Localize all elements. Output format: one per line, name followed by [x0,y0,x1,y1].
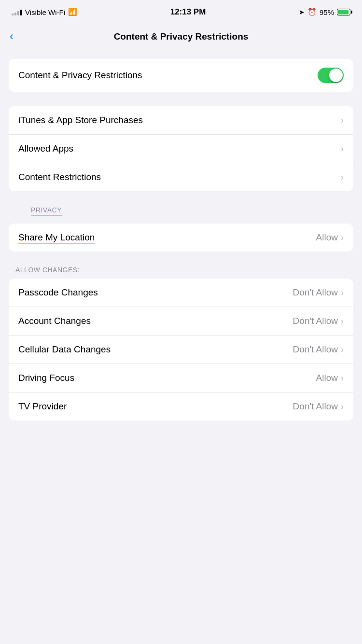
content: Content & Privacy Restrictions iTunes & … [0,49,362,445]
status-left: Visible Wi-Fi 📶 [12,8,77,16]
account-changes-item[interactable]: Account Changes Don't Allow › [9,307,353,335]
share-my-location-label: Share My Location [18,232,95,243]
allow-changes-header: ALLOW CHANGES: [0,266,362,279]
toggle-knob [329,69,343,82]
passcode-changes-label: Passcode Changes [18,287,98,298]
chevron-right-icon: › [341,115,344,126]
status-time: 12:13 PM [170,7,206,17]
chevron-right-icon: › [341,402,344,412]
chevron-right-icon: › [341,316,344,326]
status-bar: Visible Wi-Fi 📶 12:13 PM ➤ ⏰ 95% [0,0,362,24]
allow-changes-section: ALLOW CHANGES: Passcode Changes Don't Al… [0,266,362,420]
back-button[interactable]: ‹ [10,31,14,42]
back-chevron-icon: ‹ [10,30,14,42]
alarm-icon: ⏰ [307,8,317,16]
passcode-changes-value: Don't Allow [293,287,338,298]
signal-bars-icon [12,9,22,15]
allowed-apps-label: Allowed Apps [18,143,73,154]
chevron-right-icon: › [341,373,344,383]
list-item[interactable]: iTunes & App Store Purchases › [9,106,353,134]
list-item[interactable]: Allowed Apps › [9,134,353,163]
itunes-purchases-label: iTunes & App Store Purchases [18,115,143,126]
content-privacy-toggle[interactable] [318,68,344,83]
chevron-right-icon: › [341,288,344,298]
passcode-changes-item[interactable]: Passcode Changes Don't Allow › [9,279,353,307]
account-changes-value: Don't Allow [293,316,338,326]
chevron-right-icon: › [341,172,344,182]
chevron-right-icon: › [341,233,344,243]
driving-focus-label: Driving Focus [18,373,74,383]
wifi-icon: 📶 [68,8,77,16]
privacy-group: Share My Location Allow › [9,224,353,252]
page-title: Content & Privacy Restrictions [114,31,249,42]
cellular-data-changes-value: Don't Allow [293,344,338,355]
privacy-section-header: PRIVACY [31,206,62,219]
privacy-section: PRIVACY Share My Location Allow › [0,206,362,252]
content-restrictions-label: Content Restrictions [18,172,101,182]
account-changes-label: Account Changes [18,316,91,326]
tv-provider-value: Don't Allow [293,401,338,412]
toggle-label: Content & Privacy Restrictions [18,70,142,81]
content-privacy-toggle-row: Content & Privacy Restrictions [9,59,353,92]
list-item[interactable]: Content Restrictions › [9,163,353,191]
cellular-data-changes-label: Cellular Data Changes [18,344,111,355]
location-icon: ➤ [299,8,305,16]
menu-group: iTunes & App Store Purchases › Allowed A… [9,106,353,191]
battery-icon [337,9,350,15]
tv-provider-item[interactable]: TV Provider Don't Allow › [9,392,353,420]
tv-provider-label: TV Provider [18,401,67,412]
chevron-right-icon: › [341,345,344,355]
battery-percent: 95% [320,8,334,16]
driving-focus-value: Allow [316,373,338,383]
status-right: ➤ ⏰ 95% [299,8,350,16]
share-my-location-item[interactable]: Share My Location Allow › [9,224,353,252]
share-location-value: Allow [316,232,338,243]
cellular-data-changes-item[interactable]: Cellular Data Changes Don't Allow › [9,335,353,364]
allow-changes-group: Passcode Changes Don't Allow › Account C… [9,279,353,420]
nav-bar: ‹ Content & Privacy Restrictions [0,24,362,49]
carrier-label: Visible Wi-Fi [25,8,65,16]
driving-focus-item[interactable]: Driving Focus Allow › [9,364,353,392]
chevron-right-icon: › [341,144,344,154]
